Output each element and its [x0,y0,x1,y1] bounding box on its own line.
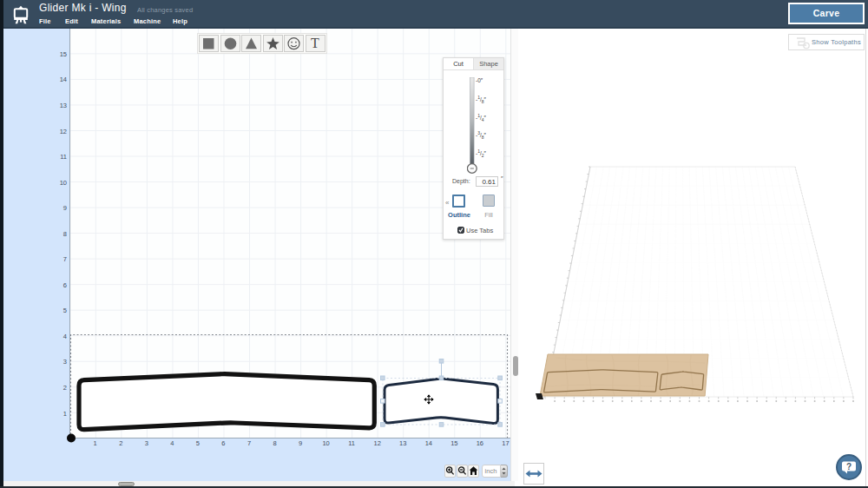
svg-text:?: ? [846,462,852,472]
